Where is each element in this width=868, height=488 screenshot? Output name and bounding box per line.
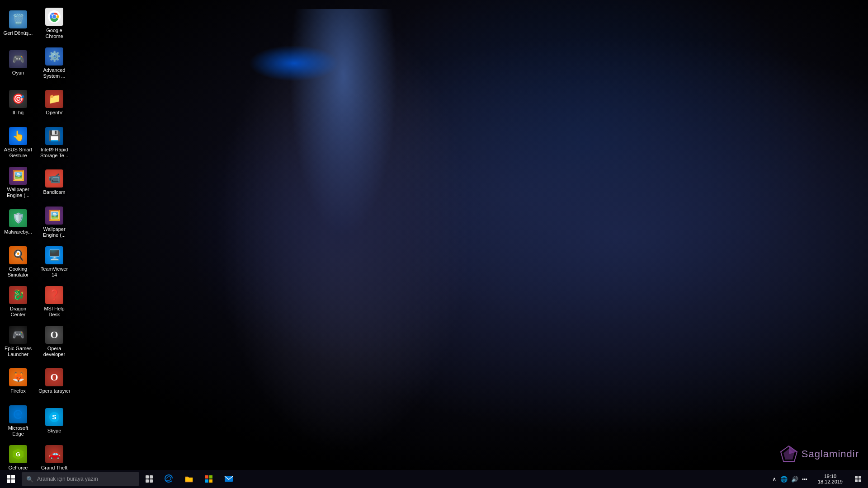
icon-label-opera-tarayici: Opera tarayıcı bbox=[38, 388, 70, 394]
svg-rect-15 bbox=[146, 475, 149, 479]
clock-date: 18.12.2019 bbox=[818, 479, 843, 484]
icon-image-asus-smart: 👆 bbox=[9, 127, 27, 145]
taskbar: 🔍 bbox=[0, 470, 868, 488]
icon-label-opera-dev: Opera developer bbox=[38, 346, 71, 357]
svg-rect-27 bbox=[855, 479, 858, 482]
desktop-icon-malwareby[interactable]: 🛡️Malwareby... bbox=[0, 202, 36, 242]
icon-label-epic-games: Epic Games Launcher bbox=[2, 346, 34, 357]
desktop-icon-asus-smart[interactable]: 👆ASUS Smart Gesture bbox=[0, 123, 36, 163]
desktop: 🗑️Geri Dönüş...🎮Oyun🎯III hq👆ASUS Smart G… bbox=[0, 0, 868, 488]
taskbar-mail[interactable] bbox=[219, 470, 239, 488]
icon-image-msi-help: ❓ bbox=[45, 286, 63, 304]
icon-image-microsoft-edge bbox=[9, 405, 27, 423]
desktop-icon-oyun[interactable]: 🎮Oyun bbox=[0, 43, 36, 83]
icon-image-opera-dev: O bbox=[45, 326, 63, 344]
taskbar-explorer[interactable] bbox=[179, 470, 199, 488]
desktop-icon-skype[interactable]: S Skype bbox=[36, 401, 72, 441]
desktop-icon-teamviewer[interactable]: 🖥️TeamViewer 14 bbox=[36, 242, 72, 282]
svg-point-5 bbox=[52, 15, 56, 19]
desktop-icon-dragon-center[interactable]: 🐉Dragon Center bbox=[0, 282, 36, 322]
icon-image-geri-donusum: 🗑️ bbox=[9, 10, 27, 28]
icon-label-msi-help: MSI Help Desk bbox=[38, 306, 71, 318]
tray-volume[interactable]: 🔊 bbox=[790, 475, 800, 483]
tray-network[interactable]: 🌐 bbox=[779, 475, 789, 483]
icon-label-wallpaper-engine-1: Wallpaper Engine (... bbox=[2, 187, 34, 198]
icon-label-intel-rapid: Intel® Rapid Storage Te... bbox=[38, 147, 71, 159]
desktop-icon-opera-tarayici[interactable]: OOpera tarayıcı bbox=[36, 361, 72, 401]
system-tray: ∧ 🌐 🔊 ▪▪▪ 19:10 18.12.2019 bbox=[767, 470, 868, 488]
desktop-icon-openiv[interactable]: 📁OpenIV bbox=[36, 83, 72, 123]
notification-button[interactable] bbox=[848, 470, 868, 488]
icon-image-opera-tarayici: O bbox=[45, 368, 63, 386]
icon-label-malwareby: Malwareby... bbox=[4, 229, 32, 235]
svg-rect-14 bbox=[11, 479, 15, 483]
search-input[interactable] bbox=[37, 476, 127, 482]
clock[interactable]: 19:10 18.12.2019 bbox=[812, 470, 848, 488]
icon-image-malwareby: 🛡️ bbox=[9, 209, 27, 227]
icon-label-microsoft-edge: Microsoft Edge bbox=[2, 425, 34, 437]
desktop-icon-firefox[interactable]: 🦊Firefox bbox=[0, 361, 36, 401]
svg-rect-20 bbox=[205, 475, 208, 479]
svg-rect-25 bbox=[855, 476, 858, 479]
icon-image-gta: 🚗 bbox=[45, 445, 63, 463]
search-bar[interactable]: 🔍 bbox=[22, 472, 139, 486]
icon-label-geri-donusum: Geri Dönüş... bbox=[4, 30, 33, 36]
svg-rect-28 bbox=[859, 479, 861, 482]
icon-label-oyun: Oyun bbox=[12, 70, 24, 76]
icon-image-dragon-center: 🐉 bbox=[9, 286, 27, 304]
desktop-icon-cooking-sim[interactable]: 🍳Cooking Simulator bbox=[0, 242, 36, 282]
icon-image-cooking-sim: 🍳 bbox=[9, 246, 27, 264]
icon-label-firefox: Firefox bbox=[10, 388, 26, 394]
desktop-icon-microsoft-edge[interactable]: Microsoft Edge bbox=[0, 401, 36, 441]
desktop-icon-geri-donusum[interactable]: 🗑️Geri Dönüş... bbox=[0, 4, 36, 43]
desktop-icon-msi-help[interactable]: ❓MSI Help Desk bbox=[36, 282, 72, 322]
desktop-icon-bandicam[interactable]: 📹Bandicam bbox=[36, 163, 72, 202]
desktop-icon-intel-rapid[interactable]: 💾Intel® Rapid Storage Te... bbox=[36, 123, 72, 163]
svg-rect-16 bbox=[150, 475, 153, 479]
icon-image-wallpaper-engine-1: 🖼️ bbox=[9, 167, 27, 185]
icon-image-skype: S bbox=[45, 408, 63, 426]
svg-rect-26 bbox=[859, 476, 861, 479]
icon-image-openiv: 📁 bbox=[45, 90, 63, 108]
icon-image-oyun: 🎮 bbox=[9, 50, 27, 68]
icon-image-firefox: 🦊 bbox=[9, 368, 27, 386]
taskbar-edge[interactable] bbox=[159, 470, 179, 488]
icon-label-teamviewer: TeamViewer 14 bbox=[38, 266, 71, 278]
desktop-icon-opera-dev[interactable]: OOpera developer bbox=[36, 322, 72, 361]
icon-image-wallpaper-engine-2: 🖼️ bbox=[45, 206, 63, 225]
icon-label-wallpaper-engine-2: Wallpaper Engine (... bbox=[38, 226, 71, 238]
icon-image-advanced-system: ⚙️ bbox=[45, 47, 63, 66]
desktop-icon-google-chrome[interactable]: Google Chrome bbox=[36, 4, 72, 43]
desktop-icon-iii-hq[interactable]: 🎯III hq bbox=[0, 83, 36, 123]
icon-label-asus-smart: ASUS Smart Gesture bbox=[2, 147, 34, 159]
svg-rect-18 bbox=[150, 479, 153, 483]
desktop-icon-advanced-system[interactable]: ⚙️Advanced System ... bbox=[36, 43, 72, 83]
svg-text:S: S bbox=[52, 413, 56, 421]
icon-label-skype: Skype bbox=[47, 428, 61, 434]
icon-image-teamviewer: 🖥️ bbox=[45, 246, 63, 264]
icon-label-advanced-system: Advanced System ... bbox=[38, 67, 71, 79]
icon-image-geforce: G bbox=[9, 445, 27, 463]
start-button[interactable] bbox=[0, 470, 22, 488]
taskbar-pinned-apps bbox=[159, 470, 239, 488]
search-icon: 🔍 bbox=[26, 476, 33, 483]
tray-chevron[interactable]: ∧ bbox=[771, 475, 778, 483]
svg-text:G: G bbox=[16, 451, 20, 458]
watermark: Saglamindir bbox=[780, 445, 859, 463]
tray-battery[interactable]: ▪▪▪ bbox=[801, 475, 809, 483]
clock-time: 19:10 bbox=[824, 474, 837, 479]
tray-icons-group: ∧ 🌐 🔊 ▪▪▪ bbox=[767, 475, 812, 483]
svg-rect-21 bbox=[209, 475, 212, 479]
wallpaper-glow-ambient bbox=[181, 90, 497, 361]
task-view-button[interactable] bbox=[139, 470, 159, 488]
svg-rect-22 bbox=[205, 479, 208, 483]
icon-label-openiv: OpenIV bbox=[46, 110, 62, 116]
icon-label-google-chrome: Google Chrome bbox=[38, 28, 71, 39]
taskbar-store[interactable] bbox=[199, 470, 219, 488]
desktop-icon-epic-games[interactable]: 🎮Epic Games Launcher bbox=[0, 322, 36, 361]
icon-label-dragon-center: Dragon Center bbox=[2, 306, 34, 318]
desktop-icon-wallpaper-engine-1[interactable]: 🖼️Wallpaper Engine (... bbox=[0, 163, 36, 202]
desktop-icon-wallpaper-engine-2[interactable]: 🖼️Wallpaper Engine (... bbox=[36, 202, 72, 242]
icon-image-google-chrome bbox=[45, 8, 63, 26]
icon-label-cooking-sim: Cooking Simulator bbox=[2, 266, 34, 278]
